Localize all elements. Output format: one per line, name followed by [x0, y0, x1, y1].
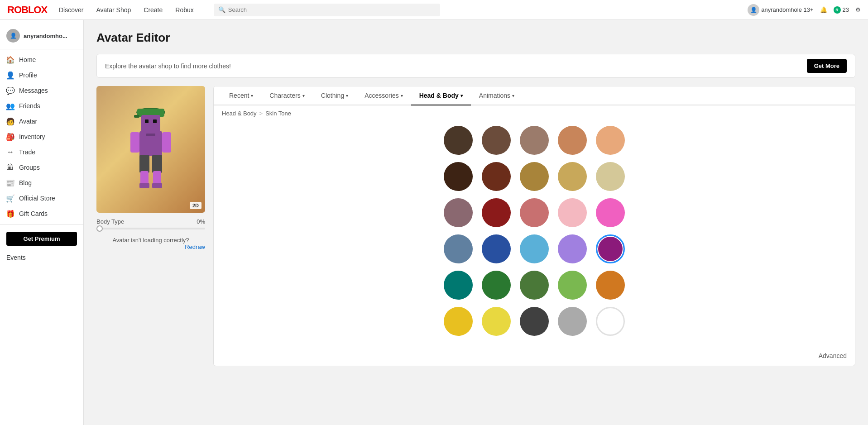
sidebar-item-messages[interactable]: 💬 Messages	[0, 83, 83, 98]
tab-recent[interactable]: Recent ▾	[221, 86, 261, 105]
color-swatch-3-3[interactable]	[558, 234, 587, 263]
bell-icon: 🔔	[820, 6, 827, 13]
svg-rect-13	[153, 171, 161, 185]
profile-icon: 👤	[6, 71, 14, 79]
color-swatch-2-0[interactable]	[444, 198, 473, 227]
nav-discover[interactable]: Discover	[59, 6, 83, 14]
get-more-button[interactable]: Get More	[807, 59, 847, 73]
settings-button[interactable]: ⚙	[855, 6, 861, 13]
body-type-slider[interactable]	[96, 228, 205, 229]
advanced-link[interactable]: Advanced	[214, 352, 855, 366]
topnav-right: 👤 anyrandomhole 13+ 🔔 R 23 ⚙	[748, 4, 861, 16]
sidebar-item-official-store[interactable]: 🛒 Official Store	[0, 191, 83, 206]
topnav-links: Discover Avatar Shop Create Robux 🔍	[59, 4, 748, 16]
color-swatch-0-0[interactable]	[444, 126, 473, 155]
body-type-value: 0%	[197, 218, 205, 225]
body-type-section: Body Type 0%	[96, 218, 205, 229]
svg-rect-2	[134, 115, 139, 118]
svg-rect-3	[141, 115, 160, 132]
search-bar[interactable]: 🔍	[214, 4, 440, 16]
sidebar-item-label-friends: Friends	[19, 102, 40, 110]
sidebar-item-events[interactable]: Events	[0, 250, 83, 265]
color-swatch-4-0[interactable]	[444, 271, 473, 300]
color-swatch-4-3[interactable]	[558, 271, 587, 300]
nav-avatar-shop[interactable]: Avatar Shop	[96, 6, 131, 14]
breadcrumb-parent[interactable]: Head & Body	[222, 110, 257, 117]
sidebar-item-label-home: Home	[19, 56, 36, 63]
color-swatch-1-2[interactable]	[520, 162, 549, 191]
store-icon: 🛒	[6, 194, 14, 202]
body-type-text: Body Type	[96, 218, 124, 225]
tab-characters[interactable]: Characters ▾	[261, 86, 312, 105]
tab-animations[interactable]: Animations ▾	[471, 86, 523, 105]
color-swatch-4-2[interactable]	[520, 271, 549, 300]
color-swatch-1-1[interactable]	[482, 162, 511, 191]
color-swatch-2-1[interactable]	[482, 198, 511, 227]
notifications-button[interactable]: 🔔	[820, 6, 827, 13]
avatar-figure	[121, 95, 180, 204]
tab-head-body[interactable]: Head & Body ▾	[411, 86, 471, 105]
sidebar-item-gift-cards[interactable]: 🎁 Gift Cards	[0, 206, 83, 221]
shop-bar-text: Explore the avatar shop to find more clo…	[105, 62, 231, 70]
color-swatch-5-3[interactable]	[558, 307, 587, 336]
robux-display[interactable]: R 23	[834, 6, 849, 14]
avatar-panel: 2D Body Type 0% Avatar isn't loading cor…	[96, 86, 205, 366]
sidebar-item-home[interactable]: 🏠 Home	[0, 52, 83, 67]
settings-icon: ⚙	[855, 6, 861, 13]
shop-bar: Explore the avatar shop to find more clo…	[96, 54, 855, 78]
color-swatch-2-2[interactable]	[520, 198, 549, 227]
chevron-down-icon: ▾	[251, 93, 253, 98]
sidebar-item-label-messages: Messages	[19, 87, 48, 94]
sidebar-item-avatar[interactable]: 🧑 Avatar	[0, 114, 83, 129]
tab-clothing[interactable]: Clothing ▾	[313, 86, 356, 105]
color-swatch-0-2[interactable]	[520, 126, 549, 155]
messages-icon: 💬	[6, 86, 14, 95]
get-premium-button[interactable]: Get Premium	[6, 232, 77, 246]
color-row-3	[232, 234, 837, 263]
color-swatch-5-1[interactable]	[482, 307, 511, 336]
sidebar-item-inventory[interactable]: 🎒 Inventory	[0, 129, 83, 144]
color-swatch-1-3[interactable]	[558, 162, 587, 191]
color-swatch-3-0[interactable]	[444, 234, 473, 263]
robux-icon: R	[834, 6, 841, 14]
color-swatch-3-4[interactable]	[596, 234, 625, 263]
slider-thumb[interactable]	[96, 225, 103, 232]
color-swatch-3-1[interactable]	[482, 234, 511, 263]
friends-icon: 👥	[6, 102, 14, 110]
color-swatch-0-1[interactable]	[482, 126, 511, 155]
editor-tabs: Recent ▾ Characters ▾ Clothing ▾ Accesso…	[214, 86, 855, 105]
tab-accessories[interactable]: Accessories ▾	[356, 86, 411, 105]
color-swatch-1-4[interactable]	[596, 162, 625, 191]
sidebar-item-label-inventory: Inventory	[19, 133, 45, 140]
sidebar-item-groups[interactable]: 🏛 Groups	[0, 160, 83, 175]
svg-rect-12	[140, 171, 149, 185]
svg-rect-8	[130, 132, 139, 153]
color-swatch-1-0[interactable]	[444, 162, 473, 191]
breadcrumb-current: Skin Tone	[265, 110, 291, 117]
search-icon: 🔍	[218, 6, 225, 13]
sidebar-item-friends[interactable]: 👥 Friends	[0, 98, 83, 114]
sidebar-item-trade[interactable]: ↔ Trade	[0, 144, 83, 160]
search-input[interactable]	[228, 6, 436, 13]
editor-layout: 2D Body Type 0% Avatar isn't loading cor…	[96, 86, 855, 366]
nav-create[interactable]: Create	[144, 6, 163, 14]
trade-icon: ↔	[6, 148, 14, 156]
color-swatch-2-4[interactable]	[596, 198, 625, 227]
sidebar-item-profile[interactable]: 👤 Profile	[0, 67, 83, 83]
color-swatch-5-2[interactable]	[520, 307, 549, 336]
redraw-link[interactable]: Redraw	[96, 244, 205, 250]
user-avatar-icon[interactable]: 👤 anyrandomhole 13+	[748, 4, 813, 16]
svg-rect-7	[146, 134, 155, 136]
color-swatch-0-4[interactable]	[596, 126, 625, 155]
nav-robux[interactable]: Robux	[175, 6, 193, 14]
color-swatch-3-2[interactable]	[520, 234, 549, 263]
color-swatch-4-4[interactable]	[596, 271, 625, 300]
color-swatch-2-3[interactable]	[558, 198, 587, 227]
color-swatch-5-4[interactable]	[596, 307, 625, 336]
color-swatch-0-3[interactable]	[558, 126, 587, 155]
sidebar-item-blog[interactable]: 📰 Blog	[0, 175, 83, 191]
color-swatch-5-0[interactable]	[444, 307, 473, 336]
color-swatch-4-1[interactable]	[482, 271, 511, 300]
svg-rect-9	[162, 132, 171, 153]
color-row-2	[232, 198, 837, 227]
